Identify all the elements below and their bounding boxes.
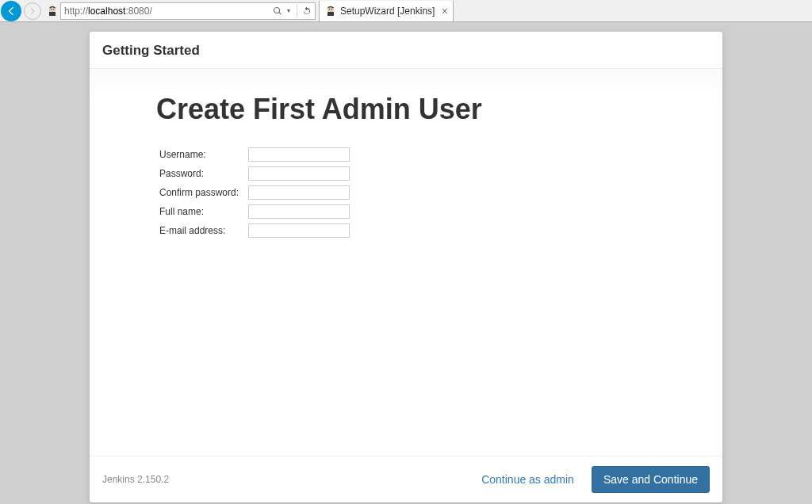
arrow-left-icon (5, 5, 17, 17)
modal-header: Getting Started (90, 32, 722, 69)
tab-close-icon[interactable]: × (442, 5, 448, 17)
svg-rect-1 (49, 12, 56, 16)
jenkins-icon (46, 5, 59, 17)
form-row-fullname: Full name: (156, 202, 353, 221)
address-bar[interactable]: http://localhost:8080/ ▾ (60, 2, 316, 20)
browser-toolbar: http://localhost:8080/ ▾ SetupWizard [Je… (0, 0, 812, 22)
svg-point-2 (51, 9, 52, 10)
url-prefix: http:// (64, 6, 88, 17)
modal-footer: Jenkins 2.150.2 Continue as admin Save a… (90, 456, 722, 502)
modal-body: Create First Admin User Username: Passwo… (90, 69, 722, 456)
url-port: :8080/ (125, 6, 151, 17)
form-row-username: Username: (156, 145, 353, 164)
modal-header-title: Getting Started (102, 43, 710, 59)
svg-point-6 (329, 9, 330, 10)
fullname-label: Full name: (156, 202, 245, 221)
save-and-continue-button[interactable]: Save and Continue (592, 466, 710, 493)
nav-back-button[interactable] (1, 1, 21, 21)
form-row-password: Password: (156, 164, 353, 183)
form-row-email: E-mail address: (156, 221, 353, 240)
refresh-icon[interactable] (302, 6, 312, 16)
confirm-password-label: Confirm password: (156, 183, 245, 202)
setup-wizard-modal: Getting Started Create First Admin User … (90, 32, 722, 502)
search-dropdown-icon[interactable]: ▾ (287, 7, 290, 14)
email-input[interactable] (248, 223, 350, 238)
address-favicon (46, 5, 59, 17)
search-icon[interactable] (273, 6, 282, 16)
footer-actions: Continue as admin Save and Continue (475, 466, 710, 493)
jenkins-icon (324, 5, 337, 17)
arrow-right-icon (28, 6, 37, 16)
username-label: Username: (156, 145, 245, 164)
svg-point-7 (331, 9, 332, 10)
svg-point-3 (53, 9, 54, 10)
tab-title: SetupWizard [Jenkins] (340, 6, 437, 17)
form-row-confirm-password: Confirm password: (156, 183, 353, 202)
password-label: Password: (156, 164, 245, 183)
fullname-input[interactable] (248, 204, 350, 219)
jenkins-version: Jenkins 2.150.2 (102, 474, 169, 485)
username-input[interactable] (248, 147, 350, 162)
divider (297, 5, 297, 17)
page-heading: Create First Admin User (156, 93, 656, 126)
nav-forward-button[interactable] (24, 2, 41, 20)
address-bar-controls: ▾ (273, 5, 312, 17)
browser-tab[interactable]: SetupWizard [Jenkins] × (319, 1, 454, 21)
confirm-password-input[interactable] (248, 185, 350, 200)
svg-rect-5 (327, 12, 334, 16)
continue-as-admin-button[interactable]: Continue as admin (475, 468, 580, 491)
page-background: Getting Started Create First Admin User … (0, 22, 812, 504)
password-input[interactable] (248, 166, 350, 181)
admin-user-form: Username: Password: Confirm password: Fu… (156, 145, 353, 240)
tab-favicon (324, 5, 337, 17)
email-label: E-mail address: (156, 221, 245, 240)
url-host: localhost (88, 6, 125, 17)
